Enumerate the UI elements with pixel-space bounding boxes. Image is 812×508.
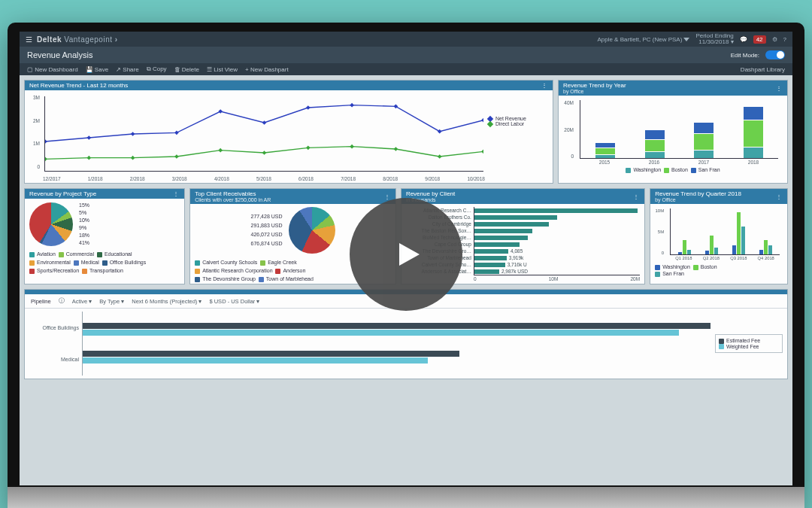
kebab-icon[interactable]: ⋮ xyxy=(173,190,180,197)
legend-item: Anderson xyxy=(275,268,307,273)
pie-chart xyxy=(289,207,335,254)
legend-item: Town of Marblehead xyxy=(259,276,315,281)
brand-logo[interactable]: Deltek Vantagepoint › xyxy=(37,35,118,44)
legend-item: Atlantic Research Corporation xyxy=(195,268,275,273)
pie-chart xyxy=(29,202,73,246)
app-header: ☰ Deltek Vantagepoint › Apple & Bartlett… xyxy=(20,32,792,47)
panel-revenue-by-project-type: Revenue by Project Type⋮ 15%5%10%9%18%41… xyxy=(24,188,185,284)
share-button[interactable]: ↗ Share xyxy=(116,66,139,73)
filter-range[interactable]: Next 6 Months (Projected) ▾ xyxy=(132,298,201,305)
edit-mode-label: Edit Mode: xyxy=(731,52,759,59)
legend-item: Weighted Fee xyxy=(719,344,779,350)
filter-type[interactable]: By Type ▾ xyxy=(99,298,124,305)
firm-selector[interactable]: Apple & Bartlett, PC (New PSA) xyxy=(597,36,689,43)
legend-item: The Devonshire Group xyxy=(195,276,259,281)
legend-item: Washington xyxy=(626,167,661,172)
chat-icon[interactable]: 💬 xyxy=(740,36,747,43)
edit-mode-toggle[interactable] xyxy=(765,50,785,59)
new-dashpart-button[interactable]: + New Dashpart xyxy=(245,66,289,73)
info-icon[interactable]: ⓘ xyxy=(59,297,65,305)
legend-item: Boston xyxy=(664,167,688,172)
gear-icon[interactable]: ⚙ xyxy=(772,36,777,43)
legend-item: San Fran xyxy=(655,271,684,276)
panel-revenue-by-year: Revenue Trend by Yearby Office⋮ 20152016… xyxy=(558,80,788,184)
legend-item: Estimated Fee xyxy=(719,338,779,344)
panel-title: Revenue by Client xyxy=(406,190,455,197)
legend-item: San Fran xyxy=(691,167,720,172)
save-button[interactable]: 💾 Save xyxy=(86,66,108,73)
filter-status[interactable]: Active ▾ xyxy=(72,298,92,305)
panel-title: Top Client Receivables xyxy=(195,190,256,197)
kebab-icon[interactable]: ⋮ xyxy=(776,85,783,92)
legend-item: Direct Labor xyxy=(488,121,548,126)
panel-net-revenue-trend: Net Revenue Trend - Last 12 months⋮ Net … xyxy=(24,80,553,184)
legend-item: Aviation xyxy=(29,251,59,257)
delete-button[interactable]: 🗑 Delete xyxy=(174,66,199,73)
period-ending[interactable]: Period Ending11/30/2018 ▾ xyxy=(695,33,733,45)
legend-item: Commercial xyxy=(59,251,97,257)
svg-marker-22 xyxy=(399,243,420,266)
legend-item: Educational xyxy=(97,251,134,257)
legend-item: Medical xyxy=(74,260,102,265)
kebab-icon[interactable]: ⋮ xyxy=(541,82,548,89)
page-title: Revenue Analysis xyxy=(27,50,92,59)
help-icon[interactable]: ? xyxy=(783,36,786,43)
legend-item: Sports/Recreation xyxy=(29,268,82,273)
panel-title: Net Revenue Trend - Last 12 months xyxy=(29,82,128,89)
dashboard-toolbar: ▢ New Dashboard 💾 Save ↗ Share ⧉ Copy 🗑 … xyxy=(20,63,792,75)
new-dashboard-button[interactable]: ▢ New Dashboard xyxy=(27,66,78,73)
legend-item: Transportation xyxy=(82,268,125,273)
legend-item: Calvert County Schools xyxy=(195,260,260,265)
legend-item: Office Buildings xyxy=(102,260,147,265)
filter-currency[interactable]: $ USD - US Dollar ▾ xyxy=(209,298,259,305)
panel-title: Revenue by Project Type xyxy=(29,190,96,197)
notification-badge[interactable]: 42 xyxy=(753,35,766,44)
play-video-button[interactable] xyxy=(350,198,462,311)
copy-button[interactable]: ⧉ Copy xyxy=(147,65,167,73)
panel-revenue-by-quarter: Revenue Trend by Quarter 2018by Office⋮ … xyxy=(650,188,788,284)
legend-item: Boston xyxy=(693,264,717,269)
list-view-button[interactable]: ☰ List View xyxy=(207,66,238,73)
kebab-icon[interactable]: ⋮ xyxy=(776,193,783,200)
page-header: Revenue Analysis Edit Mode: xyxy=(20,47,792,63)
panel-title: Revenue Trend by Quarter 2018 xyxy=(655,190,741,197)
panel-title: Revenue Trend by Year xyxy=(563,82,626,89)
legend-item: Net Revenue xyxy=(488,116,548,121)
kebab-icon[interactable]: ⋮ xyxy=(633,193,640,200)
legend-item: Eagle Creek xyxy=(260,260,298,265)
dashpart-library-link[interactable]: Dashpart Library xyxy=(741,66,785,73)
hamburger-icon[interactable]: ☰ xyxy=(26,35,32,44)
legend-item: Washington xyxy=(655,264,690,269)
kebab-icon[interactable]: ⋮ xyxy=(384,193,391,200)
legend-item: Environmental xyxy=(29,260,74,265)
pipeline-label: Pipeline xyxy=(31,298,51,305)
